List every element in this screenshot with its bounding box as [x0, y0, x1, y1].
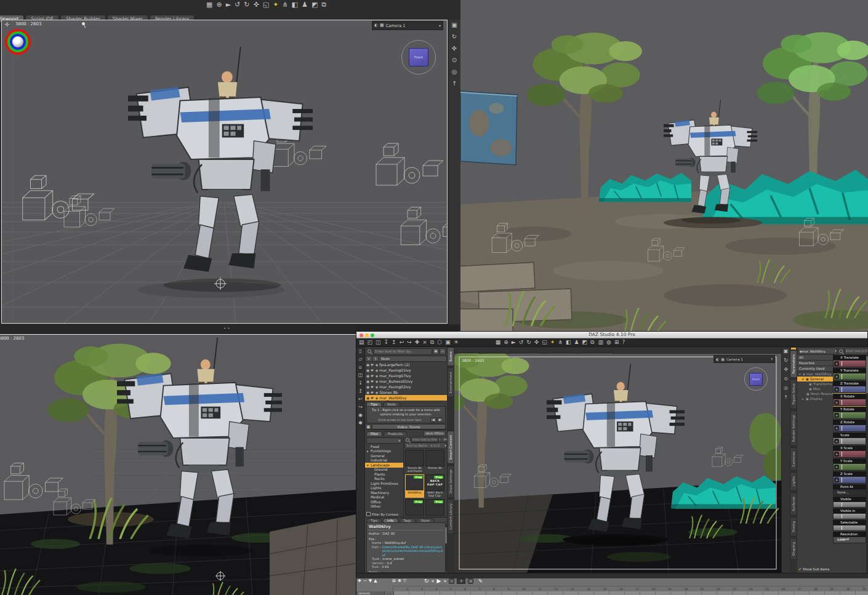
remove-key-icon[interactable]: −: [363, 579, 367, 583]
snap-grid-icon[interactable]: ▦: [496, 340, 501, 345]
category-item[interactable]: Lights: [365, 486, 403, 491]
thumbnail-label[interactable]: Stones 8b and Plants: [405, 466, 424, 473]
dock-tab[interactable]: Content Library: [447, 499, 454, 534]
node-dropdown-value[interactable]: mar_Wall06Ivy: [802, 349, 826, 353]
category-label[interactable]: Office: [371, 500, 381, 504]
params-tree-item[interactable]: ▾ ▣ General: [797, 377, 833, 381]
dock-tab[interactable]: Parameters: [790, 350, 797, 378]
save-scene-icon[interactable]: ◫: [376, 340, 381, 345]
drawstyle-sphere-icon[interactable]: ◐: [374, 23, 378, 28]
active-pose-tool-icon[interactable]: ✦: [550, 340, 555, 345]
next-key-icon[interactable]: ▲: [374, 579, 377, 583]
toggle-bar[interactable]: [833, 525, 866, 531]
render-icon[interactable]: ◉: [358, 413, 363, 418]
hand-icon[interactable]: ☛: [371, 390, 374, 394]
category-label[interactable]: Rocks: [374, 477, 385, 481]
skip-end-icon[interactable]: »: [443, 579, 446, 584]
pan-view-icon[interactable]: ✜: [784, 367, 788, 372]
filter-track-icon[interactable]: ▽: [403, 579, 406, 583]
render-icon[interactable]: ▥: [598, 340, 604, 345]
pointer-tool-icon[interactable]: ►: [512, 340, 516, 345]
prev-key-icon[interactable]: ▼: [369, 579, 372, 583]
caret-icon[interactable]: ▸: [802, 397, 805, 401]
param-slider[interactable]: Scale ✛: [833, 433, 866, 445]
category-label[interactable]: General: [371, 454, 385, 458]
asset-thumbnail[interactable]: BACK GAP CAP Prop WW1 Back Gap Cap-MML: [425, 474, 444, 498]
scene-node-label[interactable]: Stones 8b: [379, 390, 398, 394]
scene-node-label[interactable]: mar_Paving07Ivy: [379, 373, 411, 378]
check-icon[interactable]: ✔: [798, 567, 802, 571]
node-dropdown[interactable]: ◈ mar_Wall06Ivy ▾: [798, 348, 837, 354]
rotate-tool-icon[interactable]: ↺: [519, 340, 524, 345]
open-scene-icon[interactable]: ◰: [368, 340, 373, 345]
duplicate-node-icon[interactable]: ⧉: [430, 340, 434, 345]
category-label[interactable]: Ground: [374, 468, 387, 471]
view-rotation-orb[interactable]: [12, 36, 23, 47]
dock-tab[interactable]: Render Settings: [790, 410, 797, 446]
param-slider[interactable]: Y Rotate ✛: [833, 407, 866, 419]
frame-object-icon[interactable]: ◎: [784, 386, 788, 391]
param-slider[interactable]: Y Scale ✛: [833, 458, 866, 471]
info-tab[interactable]: Tags: [400, 518, 416, 522]
eye-icon[interactable]: ◉: [366, 373, 369, 378]
params-tree-item[interactable]: ▣ Transforms: [797, 381, 833, 386]
frame-decrement-button[interactable]: −: [449, 578, 454, 584]
zoom-window-icon[interactable]: [371, 333, 374, 337]
play-icon[interactable]: ▶: [436, 578, 441, 584]
frame-view-icon[interactable]: ⊕: [504, 340, 508, 345]
zoom-view-icon[interactable]: ⊙: [784, 377, 788, 381]
frame-increment-button[interactable]: +: [468, 578, 473, 584]
thumbnail-label[interactable]: Wall06Ivy: [405, 491, 424, 498]
category-label[interactable]: Food: [371, 445, 379, 449]
slider-knob[interactable]: ✛: [834, 413, 839, 418]
active-pose-tool-icon[interactable]: ✦: [273, 1, 278, 8]
category-item[interactable]: Other: [365, 505, 403, 509]
asset-thumbnail[interactable]: Prop: [425, 499, 444, 517]
undo-icon[interactable]: ↩: [358, 397, 363, 402]
settings-icon[interactable]: ✱: [358, 421, 363, 426]
param-slider[interactable]: Z Translate ✛: [833, 381, 866, 393]
resolution-value[interactable]: Base: [833, 537, 866, 543]
slider-knob[interactable]: ✛: [834, 374, 839, 379]
thumbnail-label[interactable]: WW1 Back Gap Cap-MML: [425, 491, 444, 498]
param-toggle[interactable]: Visible: [833, 497, 866, 508]
toggle-bar[interactable]: [833, 513, 866, 519]
toggle-bar[interactable]: [833, 501, 866, 508]
loop-icon[interactable]: ↻: [424, 578, 429, 584]
scene-sub-tab[interactable]: Node: [383, 402, 400, 406]
eye-icon[interactable]: ◉: [366, 362, 369, 367]
params-tree-label[interactable]: mar_Wall06Ivy: [806, 372, 832, 376]
category-item[interactable]: General: [365, 453, 403, 458]
scene-sub-tab[interactable]: Tips: [366, 402, 382, 406]
new-file-icon[interactable]: ▯: [359, 349, 361, 354]
slider-bar[interactable]: ✛: [833, 476, 866, 484]
chevron-down-icon[interactable]: ▾: [439, 24, 441, 28]
info-tab[interactable]: Tips: [366, 518, 382, 522]
export-file-icon[interactable]: ↥: [358, 389, 363, 394]
params-tree-label[interactable]: Misc: [813, 387, 821, 391]
frame-counter[interactable]: 0: [457, 578, 465, 584]
delete-node-icon[interactable]: ×: [422, 340, 427, 345]
dock-tab[interactable]: Surfaces: [790, 492, 797, 516]
category-item[interactable]: Ground: [365, 468, 403, 473]
slider-bar[interactable]: ✛: [833, 450, 866, 458]
eye-icon[interactable]: ◉: [366, 396, 369, 400]
view-cube-face[interactable]: Front: [409, 48, 428, 66]
dock-tab[interactable]: Scene: [447, 347, 454, 366]
camera-selector-bar[interactable]: ◐ ▦ Camera 1 ▾: [713, 355, 775, 363]
viewport-options-icon[interactable]: ▦: [380, 23, 384, 28]
dock-tab[interactable]: Figure Setup: [790, 379, 797, 409]
translate-tool-icon[interactable]: ✜: [534, 340, 539, 345]
content-tab[interactable]: Products: [384, 431, 407, 436]
params-nav-item[interactable]: All: [797, 355, 833, 361]
view-cube[interactable]: Front: [744, 367, 768, 391]
caret-icon[interactable]: ▾: [802, 377, 805, 381]
help-icon[interactable]: ?: [622, 340, 625, 345]
scene-node-row[interactable]: ◉ ☛ ◈ mar_Paving01Ivy: [365, 367, 447, 373]
export-icon[interactable]: ↥: [392, 340, 396, 345]
scene-node-row[interactable]: ◉ ☛ ◈ mar_Butress01Ivy: [365, 378, 447, 384]
asset-thumbnail[interactable]: Stones 8b: [425, 450, 444, 473]
field-value[interactable]: scene_subset: [382, 557, 404, 561]
info-tab[interactable]: Info: [383, 518, 398, 522]
recent-files-icon[interactable]: ⌂: [359, 365, 362, 370]
